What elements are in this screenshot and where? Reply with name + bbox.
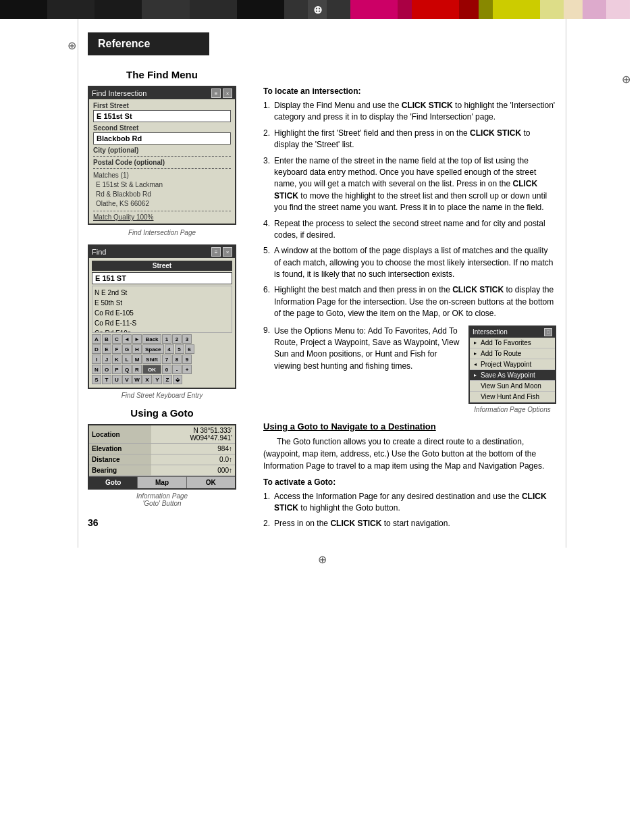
intersection-item-favorites[interactable]: ▸Add To Favorites: [470, 338, 555, 348]
key-O[interactable]: O: [102, 365, 111, 374]
step-1: 1. Display the Find Menu and use the CLI…: [263, 100, 556, 124]
key-ok[interactable]: OK: [142, 365, 161, 374]
key-R[interactable]: R: [132, 365, 142, 374]
key-J[interactable]: J: [102, 355, 111, 364]
step-9-num: 9.: [263, 325, 274, 373]
intersection-item-route[interactable]: ▸Add To Route: [470, 348, 555, 359]
key-Q[interactable]: Q: [122, 365, 132, 374]
key-T[interactable]: T: [102, 375, 111, 384]
key-8[interactable]: 8: [172, 355, 182, 364]
key-H[interactable]: H: [132, 344, 142, 354]
key-B[interactable]: B: [102, 334, 111, 344]
activate-step-2-num: 2.: [263, 518, 274, 529]
goto-button[interactable]: Goto: [89, 477, 138, 488]
street-list[interactable]: N E 2nd St E 50th St Co Rd E-105 Co Rd E…: [92, 286, 232, 333]
map-button[interactable]: Map: [138, 477, 186, 488]
key-minus[interactable]: -: [172, 365, 182, 374]
step-2: 2. Highlight the first 'Street' field an…: [263, 128, 556, 151]
second-street-field[interactable]: Blackbob Rd: [93, 132, 231, 145]
key-N[interactable]: N: [92, 365, 101, 374]
street-list-item[interactable]: N E 2nd St: [92, 288, 232, 298]
key-S[interactable]: S: [92, 375, 101, 384]
intersection-item-save[interactable]: ▸Save As Waypoint: [470, 370, 555, 381]
intersection-item-waypoint[interactable]: ◂Project Waypoint: [470, 359, 555, 370]
key-shift[interactable]: Shift: [142, 355, 161, 364]
intersection-item-sun-moon[interactable]: View Sun And Moon: [470, 381, 555, 392]
key-5[interactable]: 5: [175, 344, 184, 354]
ok-button[interactable]: OK: [187, 477, 235, 488]
bearing-value: 000↑: [151, 465, 235, 476]
key-P[interactable]: P: [112, 365, 122, 374]
step-5-num: 5.: [263, 245, 274, 280]
bottom-crosshair-icon: ⊕: [318, 554, 327, 565]
intersection-items: ▸Add To Favorites ▸Add To Route ◂Project…: [470, 338, 555, 402]
key-0[interactable]: 0: [162, 365, 171, 374]
page-number: 36: [88, 517, 236, 528]
key-left-arrow[interactable]: ◄: [122, 334, 132, 344]
key-Y[interactable]: Y: [153, 375, 162, 384]
distance-label: Distance: [89, 454, 151, 465]
reference-box: Reference: [88, 32, 209, 55]
key-7[interactable]: 7: [162, 355, 171, 364]
activate-step-2-text: Press in on the CLICK STICK to start nav…: [274, 518, 556, 529]
step-2-text: Highlight the first 'Street' field and t…: [274, 128, 556, 151]
key-I[interactable]: I: [92, 355, 101, 364]
key-V[interactable]: V: [122, 375, 132, 384]
key-D[interactable]: D: [92, 344, 101, 354]
item-dot: ▸: [474, 372, 479, 378]
close-icon[interactable]: ×: [223, 88, 232, 98]
key-space[interactable]: Space: [142, 344, 164, 354]
key-right-arrow[interactable]: ►: [132, 334, 142, 344]
key-K[interactable]: K: [112, 355, 122, 364]
intersection-title-bar: Intersection □: [470, 327, 555, 338]
street-list-item[interactable]: Co Rd E10s: [92, 328, 232, 333]
key-9[interactable]: 9: [182, 355, 192, 364]
step-4-num: 4.: [263, 218, 274, 242]
key-W[interactable]: W: [132, 375, 142, 384]
key-special[interactable]: ⬙: [173, 375, 182, 384]
crosshair-icon: ⊕: [308, 0, 327, 19]
key-plus[interactable]: +: [182, 365, 192, 374]
key-G[interactable]: G: [122, 344, 132, 354]
divider3: [93, 211, 231, 211]
intersection-menu-icon[interactable]: □: [544, 328, 552, 336]
street-close-icon[interactable]: ×: [223, 247, 232, 257]
street-menu-icon[interactable]: ≡: [211, 247, 221, 257]
key-M[interactable]: M: [132, 355, 142, 364]
key-L[interactable]: L: [122, 355, 132, 364]
title-bar-icons: ≡ ×: [211, 88, 232, 98]
street-input-field[interactable]: E 151 ST: [92, 272, 232, 284]
key-row-4: N O P Q R OK 0 - +: [92, 365, 232, 374]
goto-row-location: Location N 38°51.333'W094°47.941': [89, 425, 235, 444]
key-E[interactable]: E: [102, 344, 111, 354]
intersection-item-hunt-fish[interactable]: View Hunt And Fish: [470, 392, 555, 402]
key-X[interactable]: X: [142, 375, 152, 384]
key-U[interactable]: U: [112, 375, 122, 384]
left-crosshair-mark: ⊕: [68, 39, 76, 52]
street-list-item[interactable]: Co Rd E-105: [92, 308, 232, 318]
key-2[interactable]: 2: [172, 334, 182, 344]
first-street-field[interactable]: E 151st St: [93, 110, 231, 122]
city-label: City (optional): [93, 147, 231, 154]
goto-screen: Location N 38°51.333'W094°47.941' Elevat…: [88, 424, 236, 490]
street-list-item[interactable]: E 50th St: [92, 298, 232, 308]
divider2: [93, 168, 231, 169]
key-back[interactable]: Back: [142, 334, 161, 344]
key-3[interactable]: 3: [182, 334, 192, 344]
key-4[interactable]: 4: [165, 344, 174, 354]
key-C[interactable]: C: [112, 334, 122, 344]
item-dot: ▸: [474, 350, 479, 357]
street-list-item[interactable]: Co Rd E-11-S: [92, 318, 232, 328]
menu-icon[interactable]: ≡: [211, 88, 221, 98]
find-street-caption: Find Street Keyboard Entry: [88, 392, 236, 399]
key-6[interactable]: 6: [185, 344, 194, 354]
right-margin-line: [566, 19, 566, 548]
goto-caption2: 'Goto' Button: [142, 500, 181, 507]
key-A[interactable]: A: [92, 334, 101, 344]
key-1[interactable]: 1: [162, 334, 171, 344]
key-F[interactable]: F: [112, 344, 122, 354]
elevation-label: Elevation: [89, 444, 151, 454]
step-1-text: Display the Find Menu and use the CLICK …: [274, 100, 556, 124]
using-goto-title: Using a Goto: [88, 407, 236, 419]
key-Z[interactable]: Z: [163, 375, 172, 384]
